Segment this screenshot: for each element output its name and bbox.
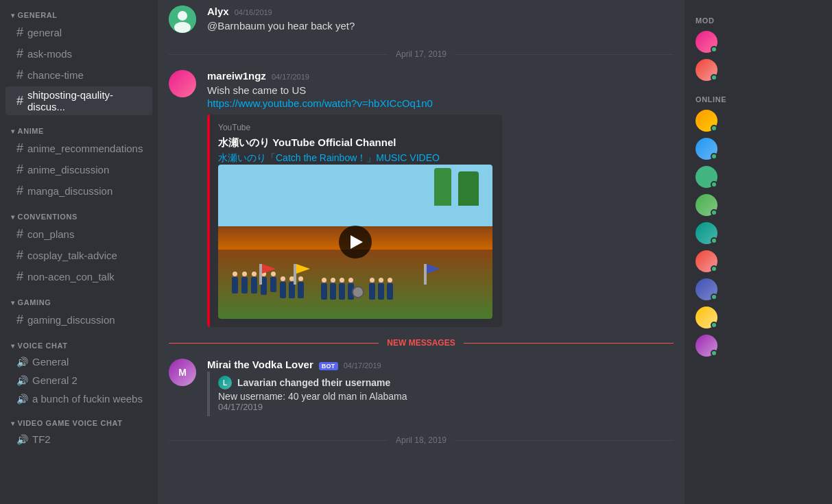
section-header-general[interactable]: ▾ GENERAL — [0, 0, 158, 22]
quote-username: Lavarian changed their username — [237, 377, 390, 388]
hash-icon: # — [16, 184, 23, 198]
date-label: April 17, 2019 — [396, 49, 447, 59]
member-item[interactable] — [690, 191, 827, 219]
member-item[interactable] — [690, 248, 827, 275]
hash-icon: # — [16, 248, 23, 263]
channel-name: chance-time — [27, 69, 84, 81]
hash-icon: # — [16, 227, 23, 241]
message-group: Alyx 04/16/2019 @Barnbaum you hear back … — [158, 0, 685, 38]
video-thumbnail[interactable] — [218, 165, 492, 319]
quote-text: New username: 40 year old man in Alabama — [218, 391, 665, 402]
status-dot-online — [711, 237, 717, 244]
member-avatar — [696, 278, 717, 300]
embed-title: 水瀬いのり YouTube Official Channel — [218, 136, 494, 149]
date-label: April 18, 2019 — [396, 435, 447, 445]
channel-item-con-plans[interactable]: # con_plans — [5, 224, 152, 244]
channel-name: ask-mods — [27, 48, 72, 60]
chevron-icon: ▾ — [11, 128, 15, 135]
quote-header: L Lavarian changed their username — [218, 376, 665, 389]
new-messages-label: NEW MESSAGES — [387, 338, 455, 348]
chevron-icon: ▾ — [11, 420, 15, 427]
message-header: Mirai the Vodka Lover BOT 04/17/2019 — [207, 359, 674, 370]
channel-name: anime_discussion — [27, 164, 109, 176]
new-messages-divider: NEW MESSAGES — [158, 333, 685, 353]
quote-avatar: L — [218, 376, 232, 389]
message-content: Mirai the Vodka Lover BOT 04/17/2019 L L… — [207, 359, 674, 419]
member-avatar — [696, 250, 717, 272]
status-dot-online — [711, 322, 717, 328]
message-text: Wish she came to US — [207, 83, 674, 97]
play-button[interactable] — [339, 226, 372, 259]
channel-item-chance-time[interactable]: # chance-time — [5, 65, 152, 85]
embed-description[interactable]: 水瀬いのり「Catch the Rainbow！」MUSIC VIDEO — [218, 152, 440, 163]
section-label-gaming: GAMING — [18, 298, 51, 307]
channel-name: cosplay_talk-advice — [27, 250, 117, 261]
panel-section-online: ONLINE — [685, 84, 832, 106]
hash-icon: # — [16, 94, 23, 108]
channel-item-anime-disc[interactable]: # anime_discussion — [5, 160, 152, 180]
chevron-icon: ▾ — [11, 299, 15, 307]
channel-item-general[interactable]: # general 👤+ — [5, 23, 152, 43]
member-item[interactable] — [690, 135, 827, 163]
member-item[interactable] — [690, 304, 827, 331]
channel-item-non-acen[interactable]: # non-acen_con_talk — [5, 267, 152, 287]
username: mareiw1ngz — [207, 70, 266, 82]
channel-item-ask-mods[interactable]: # ask-mods — [5, 44, 152, 64]
member-item[interactable] — [690, 163, 827, 191]
section-header-vg-voice[interactable]: ▾ VIDEO GAME VOICE CHAT — [0, 408, 158, 430]
voice-item-weebs[interactable]: 🔊 a bunch of fuckin weebs — [5, 390, 152, 407]
status-dot-online — [711, 265, 717, 272]
member-avatar — [696, 166, 717, 188]
date-divider: April 18, 2019 — [158, 424, 685, 451]
messages-area[interactable]: Alyx 04/16/2019 @Barnbaum you hear back … — [158, 0, 685, 504]
member-item[interactable] — [690, 28, 827, 56]
avatar — [169, 70, 196, 97]
main-chat: Alyx 04/16/2019 @Barnbaum you hear back … — [158, 0, 685, 504]
voice-item-general[interactable]: 🔊 General — [5, 353, 152, 370]
section-header-voice-chat[interactable]: ▾ VOICE CHAT — [0, 331, 158, 352]
section-header-gaming[interactable]: ▾ GAMING — [0, 287, 158, 309]
member-item[interactable] — [690, 107, 827, 134]
hash-icon: # — [16, 25, 23, 40]
section-header-anime[interactable]: ▾ ANIME — [0, 116, 158, 138]
member-item[interactable] — [690, 219, 827, 247]
message-content: mareiw1ngz 04/17/2019 Wish she came to U… — [207, 70, 674, 327]
right-panel: MOD ONLINE — [685, 0, 832, 504]
channel-item-shitposting[interactable]: # shitposting-qaulity-discus... — [5, 86, 152, 115]
voice-channel-name: General 2 — [32, 374, 78, 386]
hash-icon: # — [16, 141, 23, 156]
voice-item-tf2[interactable]: 🔊 TF2 — [5, 431, 152, 448]
member-avatar — [696, 138, 717, 160]
status-dot-online — [711, 153, 717, 160]
quote-block: L Lavarian changed their username New us… — [207, 372, 674, 416]
svg-point-1 — [178, 11, 187, 21]
voice-item-general2[interactable]: 🔊 General 2 — [5, 372, 152, 389]
svg-point-2 — [174, 22, 191, 33]
quote-subtext: 04/17/2019 — [218, 402, 665, 412]
youtube-link[interactable]: https://www.youtube.com/watch?v=hbXICcOq… — [207, 97, 433, 109]
channel-item-cosplay-talk[interactable]: # cosplay_talk-advice — [5, 245, 152, 265]
section-label-vg-voice: VIDEO GAME VOICE CHAT — [18, 419, 123, 427]
message-text: @Barnbaum you hear back yet? — [207, 19, 674, 33]
speaker-icon: 🔊 — [16, 394, 28, 405]
message-header: mareiw1ngz 04/17/2019 — [207, 70, 674, 82]
status-dot-online — [711, 293, 717, 300]
channel-item-manga-disc[interactable]: # manga_discussion — [5, 181, 152, 201]
voice-channel-name: General — [32, 356, 69, 368]
member-item[interactable] — [690, 332, 827, 359]
section-label-general: GENERAL — [18, 11, 58, 19]
sidebar: ▾ GENERAL # general 👤+ # ask-mods # chan… — [0, 0, 158, 504]
section-label-voice: VOICE CHAT — [18, 341, 68, 350]
chevron-icon: ▾ — [11, 12, 15, 19]
member-item[interactable] — [690, 56, 827, 84]
channel-item-gaming-disc[interactable]: # gaming_discussion — [5, 310, 152, 330]
member-avatar — [696, 194, 717, 216]
speaker-icon: 🔊 — [16, 434, 28, 445]
status-dot-online — [711, 181, 717, 188]
speaker-icon: 🔊 — [16, 375, 28, 386]
member-item[interactable] — [690, 276, 827, 303]
section-header-conventions[interactable]: ▾ CONVENTIONS — [0, 202, 158, 224]
channel-item-anime-rec[interactable]: # anime_recommendations — [5, 139, 152, 158]
section-label-anime: ANIME — [18, 127, 44, 135]
hash-icon: # — [16, 163, 23, 177]
